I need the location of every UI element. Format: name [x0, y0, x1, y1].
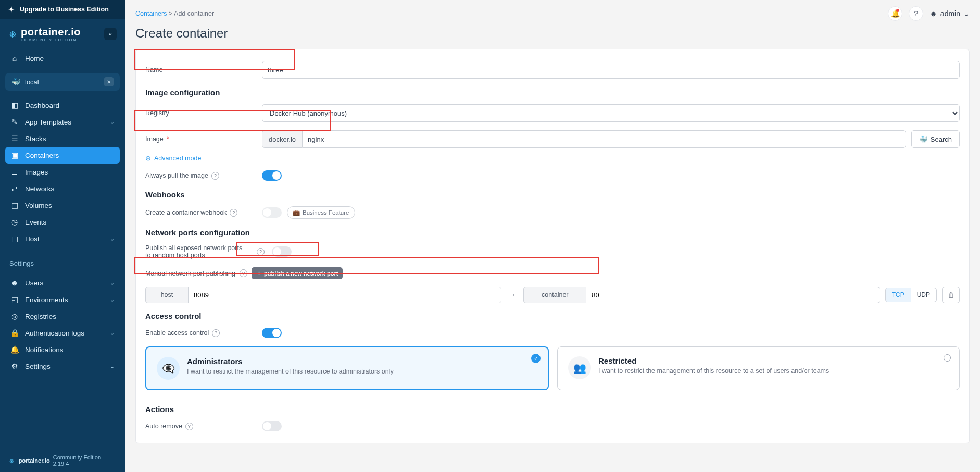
search-button[interactable]: 🐳Search: [911, 130, 960, 148]
collapse-sidebar-button[interactable]: «: [104, 28, 117, 40]
advanced-mode-link[interactable]: ⊕Advanced mode: [145, 152, 201, 166]
nav-label: Containers: [25, 152, 59, 159]
radio-unchecked-icon: [944, 354, 951, 362]
publish-port-button[interactable]: ＋publish a new network port: [252, 267, 343, 279]
env-pill-local[interactable]: 🐳 local ✕: [5, 73, 120, 91]
actions-heading: Actions: [145, 400, 960, 417]
nav-label: Registries: [25, 313, 56, 320]
nav-host[interactable]: ▤Host⌄: [5, 230, 120, 247]
user-icon: ☻: [10, 279, 19, 287]
enable-ac-toggle[interactable]: [262, 328, 282, 338]
nav-notifications[interactable]: 🔔Notifications: [5, 341, 120, 358]
chevron-down-icon: ⌄: [110, 119, 115, 126]
nav-label: Dashboard: [25, 102, 59, 109]
breadcrumbs: Containers > Add container: [135, 10, 214, 17]
nav-environments[interactable]: ◰Environments⌄: [5, 291, 120, 308]
proto-tcp[interactable]: TCP: [886, 288, 911, 302]
user-icon: ☻: [929, 9, 937, 18]
auto-remove-toggle[interactable]: [262, 421, 282, 431]
footer-text: Community Edition 2.19.4: [53, 454, 118, 467]
clock-icon: ◷: [10, 218, 19, 226]
nav-images[interactable]: ≣Images: [5, 164, 120, 180]
help-button[interactable]: ?: [909, 6, 923, 21]
logo-subtext: COMMUNITY EDITION: [21, 38, 81, 42]
chevron-down-icon: ⌄: [110, 296, 115, 303]
page-title: Create container: [125, 23, 980, 49]
registry-select[interactable]: Docker Hub (anonymous): [262, 104, 960, 122]
manual-publish-label: Manual network port publishing: [145, 270, 235, 277]
help-icon[interactable]: ?: [230, 209, 237, 217]
access-control-heading: Access control: [145, 306, 960, 324]
notifications-button[interactable]: 🔔: [888, 6, 902, 21]
protocol-group: TCP UDP: [885, 288, 937, 302]
nav-settings[interactable]: ⚙Settings⌄: [5, 358, 120, 375]
nav-label: Authentication logs: [25, 329, 84, 337]
nav-networks[interactable]: ⇄Networks: [5, 180, 120, 197]
nav-stacks[interactable]: ☰Stacks: [5, 130, 120, 147]
image-input[interactable]: [302, 130, 906, 148]
auto-remove-label: Auto remove: [145, 423, 182, 430]
ac-title: Restricted: [598, 356, 829, 365]
container-port-input[interactable]: [586, 287, 880, 303]
publish-all-toggle[interactable]: [272, 246, 292, 257]
nav-home[interactable]: ⌂ Home: [5, 50, 120, 67]
nav-label: Images: [25, 168, 48, 176]
breadcrumb-containers[interactable]: Containers: [135, 10, 167, 17]
nav-events[interactable]: ◷Events: [5, 214, 120, 230]
nav-dashboard[interactable]: ◧Dashboard: [5, 97, 120, 114]
upgrade-banner[interactable]: ✦ Upgrade to Business Edition: [0, 0, 125, 19]
nav-label: Stacks: [25, 135, 46, 143]
name-label: Name: [145, 66, 255, 73]
ac-desc: I want to restrict the management of thi…: [187, 368, 394, 375]
close-env-button[interactable]: ✕: [104, 77, 114, 86]
registry-label: Registry: [145, 109, 255, 117]
always-pull-toggle[interactable]: [262, 170, 282, 181]
trash-icon: 🗑: [948, 291, 954, 299]
nav-auth-logs[interactable]: 🔒Authentication logs⌄: [5, 325, 120, 341]
business-feature-badge[interactable]: 💼Business Feature: [287, 206, 355, 219]
nav-registries[interactable]: ◎Registries: [5, 308, 120, 325]
ac-card-administrators[interactable]: 👁‍🗨 Administrators I want to restrict th…: [145, 346, 549, 390]
breadcrumb-sep: >: [169, 10, 172, 17]
nav-label: Notifications: [25, 346, 64, 354]
enable-ac-label: Enable access control: [145, 329, 209, 337]
lock-icon: 🔒: [10, 329, 19, 337]
footer-brand: portainer.io: [19, 457, 50, 464]
chevron-down-icon: ⌄: [110, 330, 115, 337]
radio-icon: ◎: [10, 312, 19, 320]
nav-app-templates[interactable]: ✎App Templates⌄: [5, 114, 120, 130]
help-icon[interactable]: ?: [211, 172, 219, 180]
delete-port-button[interactable]: 🗑: [942, 287, 960, 303]
globe-icon: ⊕: [145, 154, 151, 162]
logo-text: portainer.io: [21, 26, 81, 38]
settings-heading: Settings: [0, 250, 125, 271]
nav-label: Volumes: [25, 202, 52, 209]
logo[interactable]: ⎈ portainer.io COMMUNITY EDITION: [8, 26, 81, 42]
help-icon[interactable]: ?: [240, 269, 247, 277]
gauge-icon: ◧: [10, 101, 19, 109]
nav-label: Settings: [25, 363, 51, 370]
host-port-label: host: [145, 287, 188, 303]
proto-udp[interactable]: UDP: [911, 288, 936, 302]
drive-icon: ◰: [10, 295, 19, 304]
nav-containers[interactable]: ▣Containers: [5, 147, 120, 164]
ac-title: Administrators: [187, 357, 394, 366]
name-input[interactable]: [262, 61, 960, 79]
host-port-input[interactable]: [188, 287, 501, 303]
ac-desc: I want to restrict the management of thi…: [598, 367, 829, 375]
user-menu[interactable]: ☻ admin ⌄: [929, 9, 970, 18]
nav-users[interactable]: ☻Users⌄: [5, 275, 120, 291]
edit-icon: ✎: [10, 118, 19, 126]
help-icon[interactable]: ?: [212, 329, 220, 337]
env-name: local: [25, 78, 39, 86]
crane-icon: ⎈: [8, 27, 17, 41]
help-icon[interactable]: ?: [185, 423, 193, 430]
help-icon[interactable]: ?: [257, 248, 265, 256]
sidebar: ✦ Upgrade to Business Edition ⎈ portaine…: [0, 0, 125, 472]
nav-volumes[interactable]: ◫Volumes: [5, 197, 120, 214]
ac-card-restricted[interactable]: 👥 Restricted I want to restrict the mana…: [557, 346, 960, 390]
nav-label: Users: [25, 279, 43, 287]
publish-all-label: Publish all exposed network ports to ran…: [145, 244, 249, 259]
upgrade-label: Upgrade to Business Edition: [20, 6, 109, 13]
container-port-label: container: [523, 287, 586, 303]
